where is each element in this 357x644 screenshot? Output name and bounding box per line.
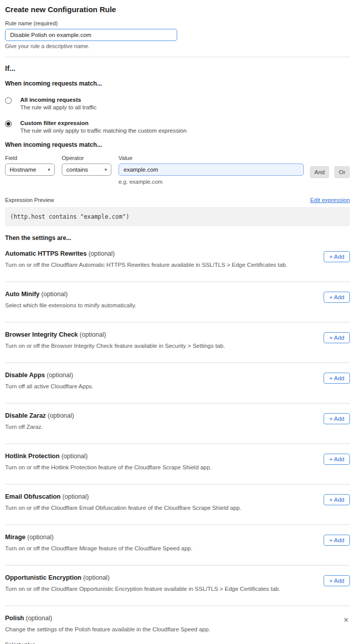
setting-main: Auto Minify (optional) Select which file…: [5, 291, 324, 308]
chevron-down-icon: ▾: [48, 167, 50, 172]
setting-title: Disable Zaraz (optional): [5, 412, 313, 419]
value-label: Value: [118, 155, 304, 161]
value-input[interactable]: [118, 164, 304, 176]
or-button[interactable]: Or: [334, 166, 350, 178]
add-button[interactable]: + Add: [324, 332, 350, 343]
and-button[interactable]: And: [310, 166, 329, 178]
add-button[interactable]: + Add: [324, 251, 350, 262]
divider: [5, 57, 350, 57]
operator-select[interactable]: contains ▾: [62, 164, 111, 176]
setting-title: Opportunistic Encryption (optional): [5, 574, 313, 581]
setting-description: Turn on or off the Hotlink Protection fe…: [5, 464, 313, 470]
setting-optional-tag: (optional): [80, 331, 106, 338]
close-icon[interactable]: ✕: [342, 616, 350, 624]
setting-description: Turn on or off the Cloudflare Opportunis…: [5, 586, 313, 592]
setting-name: Hotlink Protection: [5, 453, 60, 460]
radio-all-incoming-requests[interactable]: All incoming requests The rule will appl…: [5, 97, 350, 110]
setting-title: Mirage (optional): [5, 534, 313, 541]
radio-custom-filter-text: Custom filter expression The rule will o…: [20, 120, 186, 134]
add-button[interactable]: + Add: [324, 535, 350, 546]
operator-select-value: contains: [66, 167, 88, 173]
expression-builder-row: Field Hostname ▾ Operator contains ▾ Val…: [5, 155, 350, 185]
setting-name: Auto Minify: [5, 291, 39, 298]
add-button[interactable]: + Add: [324, 454, 350, 465]
setting-title: Automatic HTTPS Rewrites (optional): [5, 250, 313, 257]
expression-preview-code: (http.host contains "example.com"): [5, 207, 350, 226]
setting-row-opportunistic-encryption: Opportunistic Encryption (optional) Turn…: [5, 566, 350, 606]
setting-description: Select which file extensions to minify a…: [5, 302, 313, 308]
setting-row-automatic-https-rewrites: Automatic HTTPS Rewrites (optional) Turn…: [5, 242, 350, 282]
expression-preview-label: Expression Preview: [5, 197, 54, 203]
setting-description: Turn off Zaraz.: [5, 424, 313, 430]
add-button[interactable]: + Add: [324, 373, 350, 384]
setting-optional-tag: (optional): [47, 372, 73, 379]
operator-label: Operator: [62, 155, 111, 161]
rule-name-input[interactable]: [5, 29, 177, 41]
polish-select-block: Select value Off ▾: [5, 641, 332, 644]
setting-row-polish: Polish (optional) Change the settings of…: [5, 606, 350, 644]
setting-optional-tag: (optional): [48, 412, 74, 419]
setting-name: Automatic HTTPS Rewrites: [5, 250, 87, 257]
field-label: Field: [5, 155, 55, 161]
add-button[interactable]: + Add: [324, 292, 350, 303]
expression-builder-heading: When incoming requests match...: [5, 141, 350, 148]
radio-unchecked-icon[interactable]: [5, 97, 12, 104]
setting-title: Browser Integrity Check (optional): [5, 331, 313, 338]
setting-description: Turn on or off the Cloudflare Automatic …: [5, 262, 313, 268]
radio-custom-filter-expression[interactable]: Custom filter expression The rule will o…: [5, 120, 350, 134]
radio-all-incoming-text: All incoming requests The rule will appl…: [20, 97, 97, 110]
create-configuration-rule-page: Create new Configuration Rule Rule name …: [0, 0, 357, 644]
setting-name: Mirage: [5, 534, 25, 541]
setting-main: Email Obfuscation (optional) Turn on or …: [5, 493, 324, 511]
setting-main: Hotlink Protection (optional) Turn on or…: [5, 453, 324, 470]
setting-title: Hotlink Protection (optional): [5, 453, 313, 460]
setting-optional-tag: (optional): [42, 291, 68, 298]
setting-main: Browser Integrity Check (optional) Turn …: [5, 331, 324, 349]
field-select-value: Hostname: [10, 167, 36, 173]
setting-main: Disable Zaraz (optional) Turn off Zaraz.: [5, 412, 324, 430]
setting-description: Turn on or off the Cloudflare Mirage fea…: [5, 545, 313, 551]
chevron-down-icon: ▾: [104, 167, 107, 172]
setting-description: Turn off all active Cloudflare Apps.: [5, 383, 313, 389]
setting-main: Disable Apps (optional) Turn off all act…: [5, 372, 324, 389]
rule-name-helper: Give your rule a descriptive name.: [5, 43, 350, 49]
setting-main: Opportunistic Encryption (optional) Turn…: [5, 574, 324, 592]
setting-main: Mirage (optional) Turn on or off the Clo…: [5, 534, 324, 551]
page-title: Create new Configuration Rule: [5, 5, 350, 14]
add-button[interactable]: + Add: [324, 413, 350, 424]
setting-description: Turn on or off the Browser Integrity Che…: [5, 343, 313, 349]
radio-label: All incoming requests: [20, 97, 97, 103]
setting-name: Disable Zaraz: [5, 412, 46, 419]
setting-row-browser-integrity-check: Browser Integrity Check (optional) Turn …: [5, 323, 350, 363]
setting-row-disable-apps: Disable Apps (optional) Turn off all act…: [5, 363, 350, 404]
setting-name: Polish: [5, 615, 24, 622]
setting-optional-tag: (optional): [62, 493, 89, 500]
radio-description: The rule will apply to all traffic: [20, 104, 97, 110]
expression-preview-header: Expression Preview Edit expression: [5, 197, 350, 203]
setting-description: Change the settings of the Polish featur…: [5, 626, 332, 632]
setting-description: Turn on or off the Cloudflare Email Obfu…: [5, 505, 313, 511]
setting-title: Polish (optional): [5, 615, 332, 622]
select-value-label: Select value: [5, 641, 332, 644]
setting-optional-tag: (optional): [61, 453, 88, 460]
setting-name: Opportunistic Encryption: [5, 574, 82, 581]
add-button[interactable]: + Add: [324, 575, 350, 586]
setting-name: Browser Integrity Check: [5, 331, 78, 338]
setting-optional-tag: (optional): [26, 615, 52, 622]
add-button[interactable]: + Add: [324, 494, 350, 505]
value-hint: e.g. example.com: [118, 179, 304, 185]
radio-label: Custom filter expression: [20, 120, 186, 126]
field-select[interactable]: Hostname ▾: [5, 164, 55, 176]
setting-name: Disable Apps: [5, 372, 45, 379]
setting-row-disable-zaraz: Disable Zaraz (optional) Turn off Zaraz.…: [5, 404, 350, 444]
setting-row-mirage: Mirage (optional) Turn on or off the Clo…: [5, 525, 350, 566]
edit-expression-link[interactable]: Edit expression: [310, 197, 350, 203]
setting-main: Polish (optional) Change the settings of…: [5, 615, 342, 644]
setting-main: Automatic HTTPS Rewrites (optional) Turn…: [5, 250, 324, 268]
setting-name: Email Obfuscation: [5, 493, 61, 500]
if-heading: If...: [5, 64, 350, 72]
setting-row-email-obfuscation: Email Obfuscation (optional) Turn on or …: [5, 485, 350, 525]
rule-name-label: Rule name (required): [5, 20, 350, 26]
radio-checked-icon[interactable]: [5, 120, 12, 127]
then-settings-heading: Then the settings are...: [5, 234, 350, 242]
